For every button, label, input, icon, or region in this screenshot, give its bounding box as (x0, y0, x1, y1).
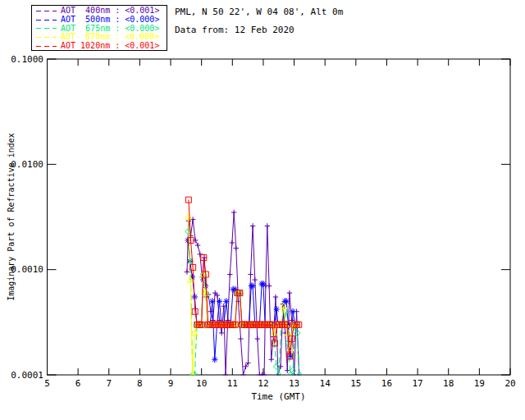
y-tick-label: 0.0001 (11, 370, 43, 381)
x-tick-label: 16 (381, 378, 392, 389)
x-tick-label: 15 (350, 378, 361, 389)
x-tick-label: 18 (443, 378, 454, 389)
legend-dash-swatch-400nm-icon (36, 11, 57, 11)
header-site-location: PML, N 50 22', W 04 08', Alt 0m (175, 7, 343, 17)
chart-canvas: 5678910111213141516171819200.10000.01000… (0, 0, 525, 420)
legend-dash-swatch-870nm-icon (36, 37, 57, 38)
x-tick-label: 14 (320, 378, 331, 389)
x-tick-label: 9 (168, 378, 174, 389)
x-tick-label: 19 (474, 378, 485, 389)
x-tick-label: 6 (75, 378, 81, 389)
legend-label: AOT 1020nm : <0.001> (61, 42, 159, 51)
legend-item-aot-1020nm: AOT 1020nm : <0.001> (36, 42, 167, 51)
legend-box: AOT 400nm : <0.001> AOT 500nm : <0.000> … (31, 5, 167, 51)
x-tick-label: 11 (227, 378, 238, 389)
legend-item-aot-500nm: AOT 500nm : <0.000> (36, 16, 167, 25)
x-tick-label: 17 (412, 378, 422, 389)
x-tick-label: 8 (137, 378, 143, 389)
header-data-date: Data from: 12 Feb 2020 (175, 25, 294, 35)
plot-window: { "header": { "line1": "PML, N 50 22', W… (0, 0, 525, 420)
y-axis-label: Imaginary Part of Refractive index (7, 127, 17, 308)
legend-label: AOT 500nm : <0.000> (61, 16, 159, 25)
x-tick-label: 5 (44, 378, 50, 389)
x-tick-label: 7 (106, 378, 112, 389)
x-tick-label: 12 (258, 378, 268, 389)
y-tick-label: 0.1000 (11, 54, 43, 65)
series-aot-1020nm (185, 197, 301, 359)
x-tick-label: 10 (196, 378, 207, 389)
x-tick-label: 20 (504, 378, 515, 389)
legend-dash-swatch-500nm-icon (36, 20, 57, 21)
legend-dash-swatch-675nm-icon (36, 28, 57, 29)
x-tick-label: 13 (289, 378, 299, 389)
legend-dash-swatch-1020nm-icon (36, 46, 57, 47)
x-axis-label: Time (GMT) (47, 391, 510, 402)
